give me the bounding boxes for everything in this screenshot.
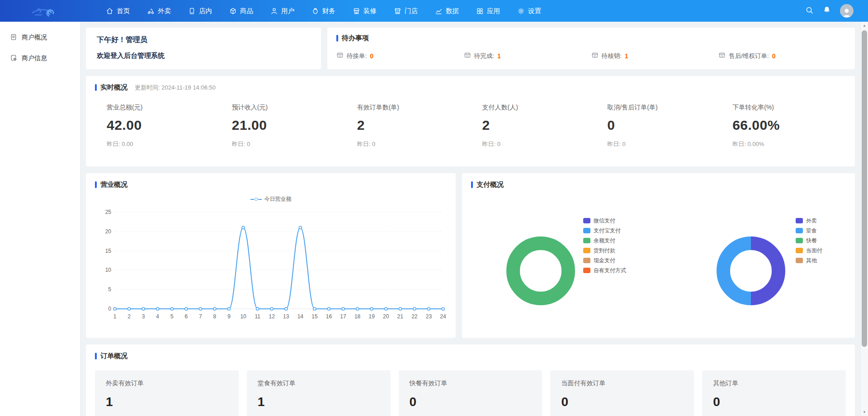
gear-icon — [517, 7, 525, 15]
bell-icon[interactable] — [823, 6, 831, 16]
order-tile-facepay: 当面付有效订单 0 — [550, 370, 694, 416]
home-icon — [106, 7, 113, 15]
legend-item[interactable]: 自有支付方式 — [583, 265, 626, 275]
scrollbar-down-button[interactable]: ▼ — [861, 408, 868, 416]
svg-text:25: 25 — [105, 209, 112, 215]
legend-item[interactable]: 微信支付 — [583, 216, 626, 226]
accent-bar — [95, 353, 97, 359]
nav-item-store[interactable]: 门店 — [394, 0, 418, 22]
nav-label: 门店 — [405, 7, 418, 15]
nav-item-finance[interactable]: 财务 — [311, 0, 335, 22]
legend-swatch — [796, 228, 803, 233]
legend-swatch — [796, 218, 803, 223]
brand-logo[interactable] — [0, 3, 80, 19]
stat-paying-users: 支付人数(人) 2 昨日: 0 — [471, 104, 596, 148]
line-chart-legend[interactable]: 今日营业额 — [95, 195, 447, 203]
nav-item-settings[interactable]: 设置 — [517, 0, 541, 22]
todo-item-pending-verify[interactable]: 待核销: 1 — [591, 52, 719, 60]
todo-title: 待办事项 — [342, 34, 369, 43]
legend-label: 支付宝支付 — [594, 227, 621, 235]
stat-label: 支付人数(人) — [482, 104, 596, 112]
todo-label: 待核销: — [602, 52, 622, 60]
todo-item-aftersale[interactable]: 售后/维权订单: 0 — [718, 52, 846, 60]
money-bag-icon — [311, 7, 319, 15]
nav-label: 用户 — [281, 7, 294, 15]
user-avatar[interactable] — [840, 4, 854, 18]
legend-item[interactable]: 货到付款 — [583, 246, 626, 255]
main-content: 下午好！管理员 欢迎登入后台管理系统 待办事项 待接单: 0 待完成: 1 — [80, 22, 860, 416]
order-type-donut-chart[interactable] — [714, 234, 788, 308]
legend-item[interactable]: 其他 — [796, 255, 822, 265]
legend-label: 余额支付 — [594, 237, 615, 245]
stat-value: 42.00 — [107, 118, 220, 133]
nav-item-takeout[interactable]: 外卖 — [147, 0, 171, 22]
greeting-card: 下午好！管理员 欢迎登入后台管理系统 — [86, 28, 321, 69]
nav-item-decorate[interactable]: 装修 — [353, 0, 377, 22]
revenue-line-chart[interactable]: 0510152025123456789101112131415161718192… — [95, 206, 447, 322]
legend-swatch — [583, 268, 590, 273]
legend-swatch — [796, 248, 803, 253]
svg-text:19: 19 — [368, 313, 375, 320]
legend-item[interactable]: 外卖 — [796, 216, 822, 226]
navbar-right — [805, 0, 854, 22]
svg-text:7: 7 — [199, 313, 202, 320]
search-icon[interactable] — [805, 6, 814, 16]
payment-overview-card: 支付概况 微信支付支付宝支付余额支付货到付款现金支付自有支付方式 外卖堂食快餐当… — [462, 173, 855, 338]
legend-item[interactable]: 堂食 — [796, 226, 822, 236]
todo-item-pending-complete[interactable]: 待完成: 1 — [464, 52, 591, 60]
stat-label: 取消/售后订单(单) — [607, 104, 721, 112]
svg-text:3: 3 — [142, 313, 145, 320]
legend-label: 其他 — [806, 257, 817, 265]
legend-item[interactable]: 现金支付 — [583, 255, 626, 265]
accent-bar — [95, 181, 97, 188]
orders-title: 订单概况 — [100, 352, 127, 360]
nav-label: 设置 — [528, 7, 541, 15]
sidebar: 商户概况 商户信息 — [0, 22, 80, 416]
svg-text:10: 10 — [105, 267, 112, 273]
order-overview-card: 订单概况 外卖有效订单 1 堂食有效订单 1 快餐有效订单 0 当面付有效订单 … — [86, 345, 855, 416]
stat-yesterday: 昨日: 0 — [357, 140, 471, 148]
realtime-stats: 营业总额(元) 42.00 昨日: 0.00 预计收入(元) 21.00 昨日:… — [95, 104, 846, 148]
business-title: 营业概况 — [100, 180, 127, 189]
payment-method-donut-chart[interactable] — [504, 234, 578, 308]
todo-value: 0 — [772, 52, 776, 60]
nav-item-apps[interactable]: 应用 — [476, 0, 500, 22]
legend-circle-marker — [255, 198, 258, 201]
svg-text:24: 24 — [440, 313, 446, 320]
svg-text:12: 12 — [269, 313, 275, 320]
svg-text:15: 15 — [311, 313, 318, 320]
sidebar-item-merchant-overview[interactable]: 商户概况 — [0, 27, 80, 48]
tile-label: 外卖有效订单 — [106, 379, 228, 388]
nav-label: 应用 — [487, 7, 500, 15]
legend-item[interactable]: 余额支付 — [583, 236, 626, 246]
legend-item[interactable]: 当面付 — [796, 246, 822, 255]
greeting-line1: 下午好！管理员 — [97, 35, 310, 45]
nav-item-goods[interactable]: 商品 — [229, 0, 253, 22]
nav-label: 店内 — [199, 7, 212, 15]
legend-line-left — [250, 199, 254, 200]
stat-label: 有效订单数(单) — [357, 104, 471, 112]
sidebar-item-merchant-info[interactable]: 商户信息 — [0, 48, 80, 69]
order-type-legend: 外卖堂食快餐当面付其他 — [796, 216, 822, 265]
legend-line-right — [258, 199, 262, 200]
stat-expected-income: 预计收入(元) 21.00 昨日: 0 — [220, 104, 345, 148]
document-plus-icon — [10, 54, 17, 63]
stat-yesterday: 昨日: 0 — [232, 140, 345, 148]
stat-value: 21.00 — [232, 118, 345, 133]
svg-text:5: 5 — [170, 313, 174, 320]
top-navbar: 首页 外卖 店内 商品 用户 财务 装修 门店 — [0, 0, 868, 22]
nav-item-instore[interactable]: 店内 — [188, 0, 212, 22]
legend-item[interactable]: 支付宝支付 — [583, 226, 626, 236]
scrollbar-up-button[interactable]: ▲ — [861, 22, 868, 29]
legend-swatch — [583, 218, 590, 223]
scrollbar-thumb[interactable] — [862, 30, 867, 347]
tile-value: 1 — [106, 395, 228, 409]
nav-item-users[interactable]: 用户 — [270, 0, 294, 22]
order-tile-other: 其他订单 0 — [702, 370, 846, 416]
todo-item-pending-accept[interactable]: 待接单: 0 — [336, 52, 464, 60]
legend-swatch — [583, 258, 590, 263]
nav-item-data[interactable]: 数据 — [435, 0, 459, 22]
legend-item[interactable]: 快餐 — [796, 236, 822, 246]
vertical-scrollbar[interactable]: ▲ ▼ — [860, 22, 868, 416]
nav-item-home[interactable]: 首页 — [106, 0, 130, 22]
